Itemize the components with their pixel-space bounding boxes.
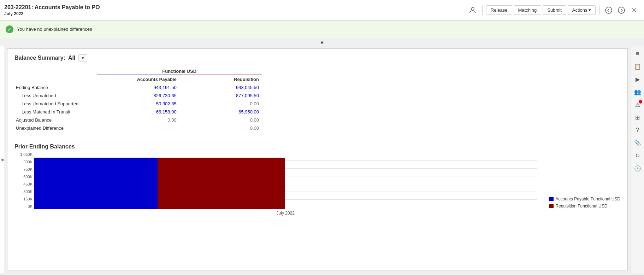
header-divider-2 [599, 5, 599, 15]
legend-label: Requisition Functional USD [556, 204, 608, 209]
legend-item: Requisition Functional USD [549, 204, 620, 209]
row-req-value: 0.00 [179, 100, 262, 108]
release-button[interactable]: Release [486, 5, 512, 15]
table-row: Ending Balance943,191.50943,045.50 [14, 83, 262, 92]
left-sidebar-toggle[interactable]: ◀ [0, 46, 4, 273]
alert-icon[interactable]: ⚠ [632, 99, 643, 110]
table-row: Less Unmatched Supported50,302.850.00 [14, 100, 262, 108]
forward-button[interactable] [616, 5, 627, 15]
header: 203-22201: Accounts Payable to PO July 2… [0, 0, 644, 21]
row-req-value: 0.00 [179, 116, 262, 124]
legend-item: Accounts Payable Functional USD [549, 197, 620, 201]
success-icon: ✓ [6, 25, 13, 33]
list-icon[interactable]: ≡ [632, 48, 643, 59]
functional-usd-header: Functional USD [97, 67, 262, 75]
table-row: Less Matched In Transit66,158.0065,950.0… [14, 108, 262, 116]
row-ap-value[interactable]: 66,158.00 [97, 108, 179, 116]
y-axis-label: 750K [14, 168, 34, 171]
bar-req [158, 158, 285, 209]
legend-color-req [549, 204, 554, 208]
report-icon[interactable]: 📋 [632, 61, 643, 72]
table-row: Adjusted Balance0.000.00 [14, 116, 262, 124]
people-icon[interactable]: 👥 [632, 87, 643, 97]
legend-label: Accounts Payable Functional USD [556, 197, 620, 201]
paperclip-icon[interactable]: 📎 [632, 138, 643, 148]
svg-point-1 [605, 7, 612, 13]
row-label: Unexplained Difference [14, 124, 97, 132]
page-subtitle: July 2022 [4, 11, 100, 16]
page-title: 203-22201: Accounts Payable to PO [4, 4, 100, 11]
filter-dropdown[interactable]: ▼ [78, 54, 88, 62]
empty-col-header [14, 67, 97, 75]
row-req-value[interactable]: 877,095.50 [179, 92, 262, 100]
header-left: 203-22201: Accounts Payable to PO July 2… [4, 4, 100, 16]
balance-summary-title: Balance Summary: [14, 55, 65, 61]
balance-table-body: Ending Balance943,191.50943,045.50Less U… [14, 83, 262, 132]
collapse-handle[interactable]: ▲ [0, 38, 644, 46]
chart-legend: Accounts Payable Functional USDRequisiti… [549, 197, 620, 216]
main-area: ◀ Balance Summary: All ▼ Functional USD [0, 46, 644, 273]
row-ap-value[interactable]: 943,191.50 [97, 83, 179, 92]
right-toolbar: ≡📋▶👥⚠⊞?📎↻🕐 [631, 46, 644, 273]
matching-button[interactable]: Matching [514, 5, 542, 15]
header-right: Release Matching Submit Actions ▾ [467, 5, 640, 16]
play-icon[interactable]: ▶ [632, 74, 643, 84]
row-ap-value[interactable]: 50,302.85 [97, 100, 179, 108]
y-axis-label: 1,050K [14, 153, 34, 157]
collapse-arrow: ▲ [320, 39, 324, 45]
row-ap-value [97, 124, 179, 132]
chart-plot: July 2022 [34, 153, 537, 216]
balance-summary-filter: All [68, 55, 75, 61]
y-axis-label: 450K [14, 182, 34, 186]
alert-badge [639, 100, 642, 104]
success-message: You have no unexplained differences [17, 27, 92, 32]
balance-summary-section: Balance Summary: All ▼ Functional USD [14, 54, 620, 132]
x-axis-label: July 2022 [34, 211, 537, 216]
balance-table: Functional USD Accounts Payable Requisit… [14, 67, 262, 132]
row-label: Ending Balance [14, 83, 97, 92]
content-panel: Balance Summary: All ▼ Functional USD [7, 48, 628, 270]
grid-icon[interactable]: ⊞ [632, 112, 643, 123]
table-row: Less Unmatched826,730.65877,095.50 [14, 92, 262, 100]
y-axis-label: 900K [14, 160, 34, 164]
y-axis-label: 600K [14, 175, 34, 179]
row-label: Less Unmatched [14, 92, 97, 100]
row-label: Less Matched In Transit [14, 108, 97, 116]
col-header-req: Requisition [179, 75, 262, 83]
sidebar-arrow-icon: ◀ [1, 158, 4, 162]
y-axis-label: 150K [14, 197, 34, 201]
question-icon[interactable]: ? [632, 125, 643, 135]
row-req-value: 0.00 [179, 124, 262, 132]
chart-container: 0K150K300K450K600K750K900K1,050K [14, 153, 620, 216]
actions-button[interactable]: Actions ▾ [568, 5, 596, 15]
svg-point-2 [618, 7, 625, 13]
close-button[interactable] [628, 5, 640, 15]
y-axis: 0K150K300K450K600K750K900K1,050K [14, 153, 34, 209]
chart-section: Prior Ending Balances 0K150K300K450K600K… [14, 144, 620, 216]
y-axis-label: 300K [14, 190, 34, 194]
success-banner: ✓ You have no unexplained differences [0, 21, 644, 38]
header-divider [482, 5, 483, 15]
chart-title: Prior Ending Balances [14, 144, 620, 150]
row-ap-value: 0.00 [97, 116, 179, 124]
legend-color-ap [549, 197, 554, 201]
refresh-icon[interactable]: ↻ [632, 150, 643, 161]
row-req-value[interactable]: 65,950.00 [179, 108, 262, 116]
empty-sub-header [14, 75, 97, 83]
bars-row [34, 153, 537, 209]
row-label: Less Unmatched Supported [14, 100, 97, 108]
clock-icon[interactable]: 🕐 [632, 163, 643, 174]
svg-point-0 [471, 7, 474, 10]
user-icon-button[interactable] [467, 5, 479, 16]
row-ap-value[interactable]: 826,730.65 [97, 92, 179, 100]
back-button[interactable] [603, 5, 614, 15]
col-header-ap: Accounts Payable [97, 75, 179, 83]
table-row: Unexplained Difference0.00 [14, 124, 262, 132]
chart-area: 0K150K300K450K600K750K900K1,050K [14, 153, 541, 216]
submit-button[interactable]: Submit [543, 5, 566, 15]
row-label: Adjusted Balance [14, 116, 97, 124]
row-req-value[interactable]: 943,045.50 [179, 83, 262, 92]
section-title: Balance Summary: All ▼ [14, 54, 620, 62]
bar-ap [34, 158, 158, 209]
y-axis-label: 0K [14, 205, 34, 209]
